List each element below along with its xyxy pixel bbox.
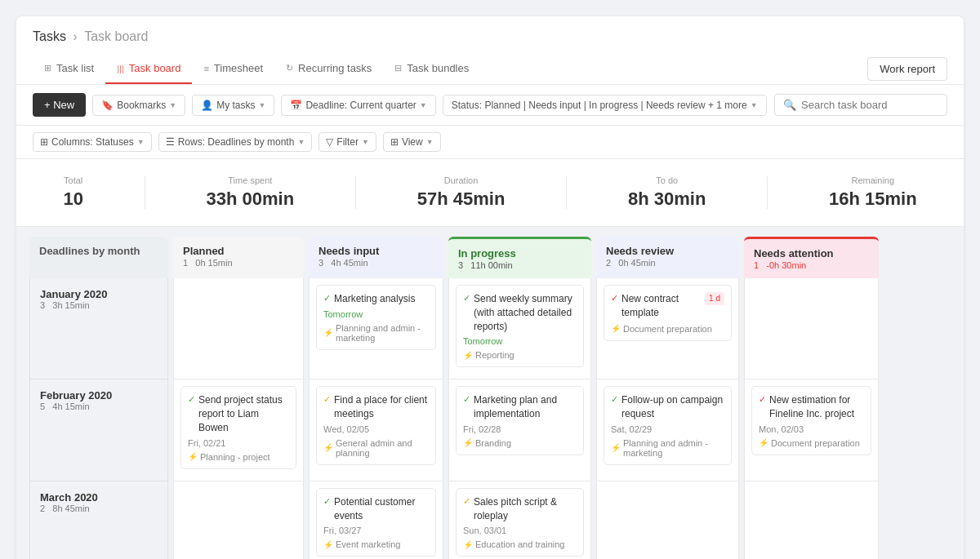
columns-button[interactable]: ⊞ Columns: Statuses ▼ [33, 132, 152, 152]
cell-jan-needs-input: ✓ Marketing analysis Tomorrow ⚡ Planning… [309, 278, 443, 379]
task-card[interactable]: ✓ New estimation for Fineline Inc. proje… [751, 386, 871, 455]
cell-mar-needs-attention [744, 481, 879, 559]
cell-jan-needs-review: ✓ New contract template 1 d ⚡ Document p… [596, 278, 739, 379]
deadline-button[interactable]: 📅 Deadline: Current quarter ▼ [281, 95, 435, 116]
task-list-icon: ⊞ [44, 63, 51, 73]
tab-task-bundles[interactable]: ⊟ Task bundles [383, 54, 480, 84]
tab-task-board[interactable]: ||| Task board [105, 54, 192, 84]
col-header-needs-attention: Needs attention 1 -0h 30min [744, 237, 879, 278]
tabs-bar: ⊞ Task list ||| Task board ≡ Timesheet ↻… [33, 54, 947, 84]
work-report-button[interactable]: Work report [867, 57, 947, 81]
col-header-planned: Planned 1 0h 15min [173, 237, 304, 278]
search-box: 🔍 [774, 94, 947, 116]
lightning-icon: ⚡ [323, 328, 333, 337]
person-icon: 👤 [201, 100, 213, 111]
lightning-icon: ⚡ [463, 438, 473, 447]
lightning-icon: ⚡ [759, 438, 768, 447]
rows-button[interactable]: ☰ Rows: Deadlines by month ▼ [158, 132, 313, 152]
col-header-deadlines: Deadlines by month [29, 237, 168, 278]
columns-caret-icon: ▼ [137, 138, 145, 146]
task-card[interactable]: ✓ Marketing plan and implementation Fri,… [456, 386, 584, 455]
columns-icon: ⊞ [40, 136, 48, 148]
check-icon: ✓ [463, 393, 470, 406]
filter-button[interactable]: ▽ Filter ▼ [318, 132, 376, 152]
rows-caret-icon: ▼ [297, 138, 305, 146]
row-label-march: March 2020 2 8h 45min [29, 481, 168, 559]
timesheet-icon: ≡ [203, 64, 208, 73]
search-icon: 🔍 [783, 99, 796, 111]
check-icon-red: ✓ [611, 292, 618, 304]
stats-row: Total 10 Time spent 33h 00min Duration 5… [16, 159, 964, 227]
task-card[interactable]: ✓ Send project status report to Liam Bow… [180, 386, 296, 468]
bundles-icon: ⊟ [394, 63, 402, 73]
cell-jan-needs-attention [744, 278, 879, 379]
cell-feb-needs-input: ✓ Find a place for client meetings Wed, … [309, 379, 443, 481]
stat-todo: To do 8h 30min [628, 175, 706, 210]
row-label-january: January 2020 3 3h 15min [29, 278, 168, 379]
calendar-icon: 📅 [290, 100, 302, 111]
row-label-february: February 2020 5 4h 15min [29, 379, 168, 481]
main-toolbar: + New 🔖 Bookmarks ▼ 👤 My tasks ▼ 📅 Deadl… [16, 85, 964, 126]
tab-recurring-tasks[interactable]: ↻ Recurring tasks [274, 54, 383, 84]
rows-icon: ☰ [166, 136, 175, 148]
view-caret-icon: ▼ [426, 138, 434, 146]
filter-icon: ▽ [326, 136, 333, 148]
task-card[interactable]: ✓ Sales pitch script & roleplay Sun, 03/… [456, 488, 584, 557]
bookmarks-icon: 🔖 [101, 100, 114, 111]
col-header-in-progress: In progress 3 11h 00min [448, 237, 591, 278]
task-card[interactable]: ✓ Follow-up on campaign request Sat, 02/… [604, 386, 732, 465]
recurring-icon: ↻ [286, 63, 293, 73]
lightning-icon: ⚡ [323, 443, 333, 452]
lightning-icon: ⚡ [463, 540, 473, 549]
col-header-needs-input: Needs input 3 4h 45min [309, 237, 443, 278]
view-button[interactable]: ⊞ View ▼ [383, 132, 441, 152]
lightning-icon: ⚡ [323, 540, 333, 549]
stat-divider-4 [767, 176, 768, 209]
stat-time-spent: Time spent 33h 00min [207, 175, 295, 210]
cell-feb-needs-attention: ✓ New estimation for Fineline Inc. proje… [744, 379, 879, 481]
cell-feb-needs-review: ✓ Follow-up on campaign request Sat, 02/… [596, 379, 739, 481]
tab-task-list[interactable]: ⊞ Task list [33, 54, 105, 84]
bookmarks-caret-icon: ▼ [169, 101, 176, 109]
cell-jan-in-progress: ✓ Send weekly summary (with attached det… [448, 278, 591, 379]
cell-mar-needs-review [596, 481, 739, 559]
sub-toolbar: ⊞ Columns: Statuses ▼ ☰ Rows: Deadlines … [16, 126, 964, 159]
cell-mar-needs-input: ✓ Potential customer events Fri, 03/27 ⚡… [309, 481, 443, 559]
check-icon-yellow: ✓ [463, 495, 470, 508]
check-icon: ✓ [463, 292, 470, 304]
task-card[interactable]: ✓ New contract template 1 d ⚡ Document p… [604, 285, 732, 341]
my-tasks-caret-icon: ▼ [259, 101, 266, 109]
check-icon: ✓ [323, 292, 331, 304]
deadline-caret-icon: ▼ [420, 101, 427, 109]
lightning-icon: ⚡ [611, 443, 621, 452]
tab-timesheet[interactable]: ≡ Timesheet [192, 54, 274, 84]
deadline-badge: 1 d [705, 292, 724, 305]
status-button[interactable]: Status: Planned | Needs input | In progr… [443, 95, 767, 116]
stat-total: Total 10 [63, 175, 82, 210]
breadcrumb: Tasks › Task board [33, 29, 947, 44]
task-card[interactable]: ✓ Marketing analysis Tomorrow ⚡ Planning… [316, 285, 436, 350]
task-card[interactable]: ✓ Potential customer events Fri, 03/27 ⚡… [316, 488, 436, 557]
stat-divider-2 [355, 176, 356, 209]
lightning-icon: ⚡ [611, 324, 621, 333]
lightning-icon: ⚡ [188, 452, 198, 461]
cell-mar-in-progress: ✓ Sales pitch script & roleplay Sun, 03/… [448, 481, 591, 559]
task-card[interactable]: ✓ Find a place for client meetings Wed, … [316, 386, 436, 465]
col-header-needs-review: Needs review 2 0h 45min [596, 237, 739, 278]
stat-divider-1 [145, 176, 145, 209]
new-button[interactable]: + New [33, 93, 86, 117]
my-tasks-button[interactable]: 👤 My tasks ▼ [192, 95, 274, 116]
view-icon: ⊞ [390, 136, 399, 148]
bookmarks-button[interactable]: 🔖 Bookmarks ▼ [92, 95, 185, 116]
task-board-icon: ||| [117, 64, 124, 73]
cell-feb-planned: ✓ Send project status report to Liam Bow… [173, 379, 304, 481]
check-icon-red: ✓ [759, 393, 766, 406]
check-icon: ✓ [323, 495, 331, 508]
task-card[interactable]: ✓ Send weekly summary (with attached det… [456, 285, 584, 367]
stat-remaining: Remaining 16h 15min [829, 175, 917, 210]
search-input[interactable] [801, 99, 938, 111]
check-icon: ✓ [188, 393, 195, 406]
lightning-icon: ⚡ [463, 351, 473, 360]
stat-duration: Duration 57h 45min [417, 175, 506, 210]
cell-mar-planned [173, 481, 304, 559]
